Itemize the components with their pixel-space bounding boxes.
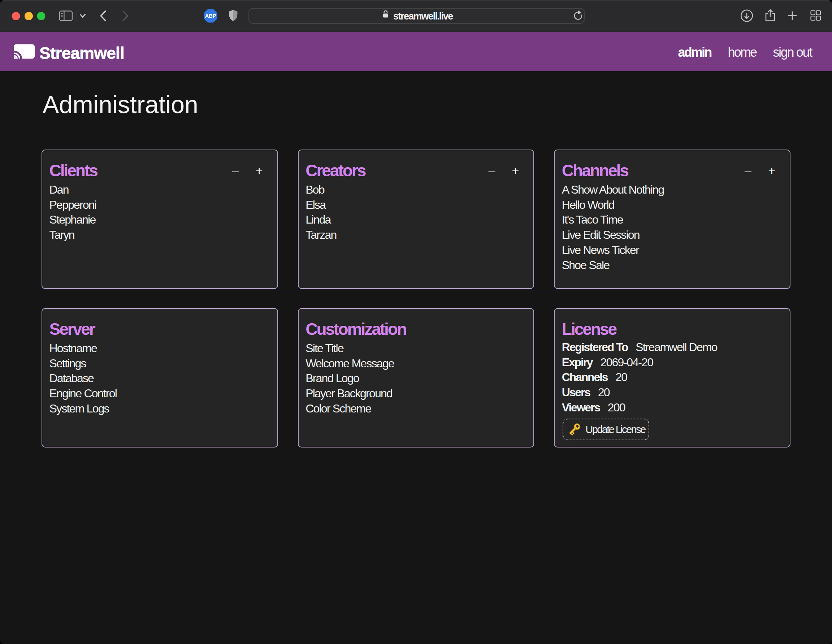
svg-text:streamwell.live: streamwell.live	[393, 11, 453, 22]
svg-text:ABP: ABP	[205, 13, 216, 19]
